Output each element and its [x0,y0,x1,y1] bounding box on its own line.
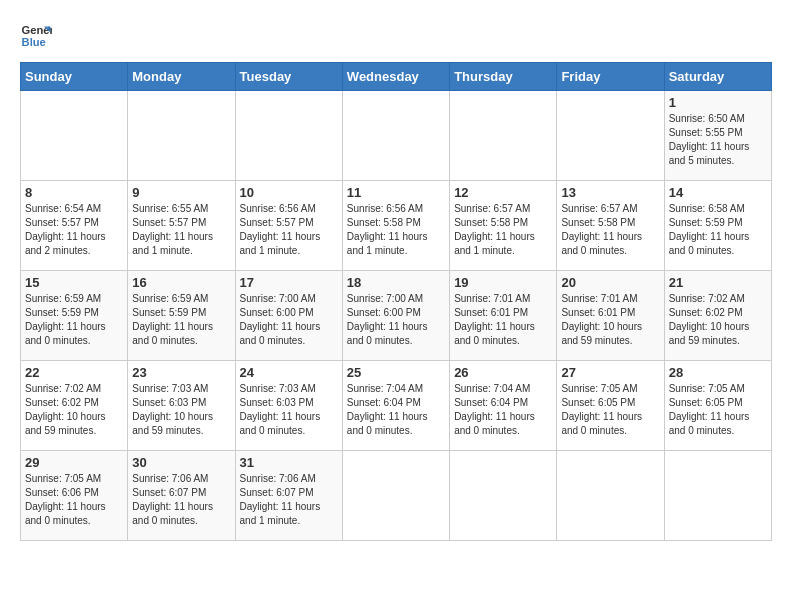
calendar-cell-w1d1 [21,91,128,181]
calendar-cell-w3d5: 19Sunrise: 7:01 AMSunset: 6:01 PMDayligh… [450,271,557,361]
calendar-cell-w1d2 [128,91,235,181]
day-number: 21 [669,275,767,290]
day-number: 13 [561,185,659,200]
calendar-cell-w1d7: 1Sunrise: 6:50 AMSunset: 5:55 PMDaylight… [664,91,771,181]
day-number: 22 [25,365,123,380]
calendar-cell-w2d6: 13Sunrise: 6:57 AMSunset: 5:58 PMDayligh… [557,181,664,271]
col-header-monday: Monday [128,63,235,91]
day-number: 10 [240,185,338,200]
calendar-cell-w4d3: 24Sunrise: 7:03 AMSunset: 6:03 PMDayligh… [235,361,342,451]
calendar-cell-w1d6 [557,91,664,181]
calendar-cell-w2d4: 11Sunrise: 6:56 AMSunset: 5:58 PMDayligh… [342,181,449,271]
day-info: Sunrise: 7:04 AMSunset: 6:04 PMDaylight:… [347,382,445,438]
day-number: 18 [347,275,445,290]
calendar-cell-w1d4 [342,91,449,181]
calendar-cell-w2d2: 9Sunrise: 6:55 AMSunset: 5:57 PMDaylight… [128,181,235,271]
day-number: 25 [347,365,445,380]
calendar-cell-w5d1: 29Sunrise: 7:05 AMSunset: 6:06 PMDayligh… [21,451,128,541]
day-info: Sunrise: 6:50 AMSunset: 5:55 PMDaylight:… [669,112,767,168]
day-number: 8 [25,185,123,200]
calendar-cell-w3d4: 18Sunrise: 7:00 AMSunset: 6:00 PMDayligh… [342,271,449,361]
calendar-cell-w4d4: 25Sunrise: 7:04 AMSunset: 6:04 PMDayligh… [342,361,449,451]
week-row-4: 22Sunrise: 7:02 AMSunset: 6:02 PMDayligh… [21,361,772,451]
day-number: 29 [25,455,123,470]
week-row-3: 15Sunrise: 6:59 AMSunset: 5:59 PMDayligh… [21,271,772,361]
day-number: 27 [561,365,659,380]
day-info: Sunrise: 6:57 AMSunset: 5:58 PMDaylight:… [454,202,552,258]
col-header-sunday: Sunday [21,63,128,91]
svg-text:General: General [22,24,52,36]
day-info: Sunrise: 7:00 AMSunset: 6:00 PMDaylight:… [240,292,338,348]
calendar-cell-w4d1: 22Sunrise: 7:02 AMSunset: 6:02 PMDayligh… [21,361,128,451]
day-info: Sunrise: 6:59 AMSunset: 5:59 PMDaylight:… [132,292,230,348]
day-number: 12 [454,185,552,200]
calendar-cell-w5d7 [664,451,771,541]
week-row-5: 29Sunrise: 7:05 AMSunset: 6:06 PMDayligh… [21,451,772,541]
day-info: Sunrise: 6:56 AMSunset: 5:57 PMDaylight:… [240,202,338,258]
logo-icon: General Blue [20,20,52,52]
calendar-cell-w2d5: 12Sunrise: 6:57 AMSunset: 5:58 PMDayligh… [450,181,557,271]
day-number: 17 [240,275,338,290]
day-info: Sunrise: 7:05 AMSunset: 6:05 PMDaylight:… [669,382,767,438]
day-number: 31 [240,455,338,470]
day-number: 14 [669,185,767,200]
calendar-cell-w1d3 [235,91,342,181]
calendar-table: SundayMondayTuesdayWednesdayThursdayFrid… [20,62,772,541]
svg-text:Blue: Blue [22,36,46,48]
day-info: Sunrise: 7:05 AMSunset: 6:05 PMDaylight:… [561,382,659,438]
col-header-saturday: Saturday [664,63,771,91]
col-header-thursday: Thursday [450,63,557,91]
day-number: 20 [561,275,659,290]
day-info: Sunrise: 6:58 AMSunset: 5:59 PMDaylight:… [669,202,767,258]
calendar-cell-w3d7: 21Sunrise: 7:02 AMSunset: 6:02 PMDayligh… [664,271,771,361]
day-info: Sunrise: 7:02 AMSunset: 6:02 PMDaylight:… [669,292,767,348]
calendar-cell-w4d2: 23Sunrise: 7:03 AMSunset: 6:03 PMDayligh… [128,361,235,451]
calendar-cell-w2d1: 8Sunrise: 6:54 AMSunset: 5:57 PMDaylight… [21,181,128,271]
day-info: Sunrise: 7:03 AMSunset: 6:03 PMDaylight:… [240,382,338,438]
calendar-cell-w4d6: 27Sunrise: 7:05 AMSunset: 6:05 PMDayligh… [557,361,664,451]
logo: General Blue [20,20,56,52]
day-info: Sunrise: 7:06 AMSunset: 6:07 PMDaylight:… [240,472,338,528]
calendar-cell-w2d7: 14Sunrise: 6:58 AMSunset: 5:59 PMDayligh… [664,181,771,271]
day-number: 1 [669,95,767,110]
day-info: Sunrise: 7:01 AMSunset: 6:01 PMDaylight:… [454,292,552,348]
day-number: 23 [132,365,230,380]
col-header-friday: Friday [557,63,664,91]
day-info: Sunrise: 7:02 AMSunset: 6:02 PMDaylight:… [25,382,123,438]
header-row: SundayMondayTuesdayWednesdayThursdayFrid… [21,63,772,91]
day-number: 11 [347,185,445,200]
calendar-cell-w5d5 [450,451,557,541]
col-header-tuesday: Tuesday [235,63,342,91]
day-info: Sunrise: 6:59 AMSunset: 5:59 PMDaylight:… [25,292,123,348]
day-number: 30 [132,455,230,470]
calendar-cell-w3d6: 20Sunrise: 7:01 AMSunset: 6:01 PMDayligh… [557,271,664,361]
page-header: General Blue [20,20,772,52]
calendar-cell-w4d5: 26Sunrise: 7:04 AMSunset: 6:04 PMDayligh… [450,361,557,451]
day-number: 26 [454,365,552,380]
day-info: Sunrise: 7:04 AMSunset: 6:04 PMDaylight:… [454,382,552,438]
calendar-cell-w3d1: 15Sunrise: 6:59 AMSunset: 5:59 PMDayligh… [21,271,128,361]
day-number: 16 [132,275,230,290]
day-number: 9 [132,185,230,200]
day-info: Sunrise: 7:06 AMSunset: 6:07 PMDaylight:… [132,472,230,528]
calendar-cell-w3d2: 16Sunrise: 6:59 AMSunset: 5:59 PMDayligh… [128,271,235,361]
calendar-cell-w3d3: 17Sunrise: 7:00 AMSunset: 6:00 PMDayligh… [235,271,342,361]
week-row-2: 8Sunrise: 6:54 AMSunset: 5:57 PMDaylight… [21,181,772,271]
day-info: Sunrise: 6:55 AMSunset: 5:57 PMDaylight:… [132,202,230,258]
day-info: Sunrise: 7:00 AMSunset: 6:00 PMDaylight:… [347,292,445,348]
day-info: Sunrise: 6:56 AMSunset: 5:58 PMDaylight:… [347,202,445,258]
week-row-1: 1Sunrise: 6:50 AMSunset: 5:55 PMDaylight… [21,91,772,181]
calendar-cell-w4d7: 28Sunrise: 7:05 AMSunset: 6:05 PMDayligh… [664,361,771,451]
calendar-cell-w5d6 [557,451,664,541]
day-info: Sunrise: 7:01 AMSunset: 6:01 PMDaylight:… [561,292,659,348]
day-number: 24 [240,365,338,380]
calendar-cell-w2d3: 10Sunrise: 6:56 AMSunset: 5:57 PMDayligh… [235,181,342,271]
day-number: 28 [669,365,767,380]
day-info: Sunrise: 7:03 AMSunset: 6:03 PMDaylight:… [132,382,230,438]
day-info: Sunrise: 6:54 AMSunset: 5:57 PMDaylight:… [25,202,123,258]
calendar-cell-w5d4 [342,451,449,541]
day-number: 19 [454,275,552,290]
calendar-cell-w5d2: 30Sunrise: 7:06 AMSunset: 6:07 PMDayligh… [128,451,235,541]
calendar-cell-w5d3: 31Sunrise: 7:06 AMSunset: 6:07 PMDayligh… [235,451,342,541]
col-header-wednesday: Wednesday [342,63,449,91]
